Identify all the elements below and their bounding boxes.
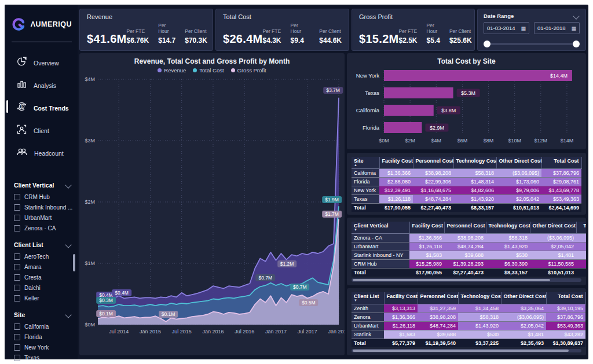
filter-option[interactable]: AeroTech [14,251,72,262]
filter-title: Client Vertical [14,182,54,189]
column-header-total-cost[interactable]: Total Cost [576,222,586,234]
filter-option[interactable]: Cresta [14,272,72,282]
sidebar-item-overview[interactable]: Overview [5,52,78,74]
checkbox[interactable] [14,204,20,211]
column-header-facility-cost[interactable]: Facility Cost [384,292,418,304]
table-total-row: Total$5,77,379$1,19,39,540$3,37,225$2,35… [352,339,585,348]
checkbox[interactable] [14,344,20,351]
bar-florida[interactable] [384,122,422,133]
column-header-other-direct-cost[interactable]: Other Direct Cost [496,157,541,169]
legend-item-gross-profit[interactable]: Gross Profit [231,67,266,73]
chevron-down-icon[interactable] [65,241,71,248]
sidebar-item-label: Cost Trends [34,105,69,112]
site-bar-chart-svg[interactable]: $0M$2M$4M$6M$8M$10M$12M$14MNew York$14.4… [347,65,586,146]
slider-handle-start[interactable] [484,41,490,47]
column-header-personnel-cost[interactable]: Personnel Cost [418,292,458,304]
kpi-submetric-value: $14.7 [158,36,175,45]
bar-texas[interactable] [384,87,453,98]
slider-track[interactable] [485,43,579,45]
column-header-technology-cost[interactable]: Technology Cost [458,292,501,304]
checkbox[interactable] [14,274,20,281]
scrollbar-thumb[interactable] [353,279,550,281]
checkbox[interactable] [14,264,20,270]
legend-item-total-cost[interactable]: Total Cost [193,67,224,73]
checkbox[interactable] [14,215,20,221]
chevron-down-icon[interactable] [573,13,579,19]
checkbox[interactable] [14,355,20,361]
column-header-total-cost[interactable]: Total Cost [541,157,581,169]
kpi-submetrics: Per FTE$6.76KPer Hour$14.7Per Client$70.… [127,13,207,46]
checkbox[interactable] [14,334,20,340]
filter-option[interactable]: Zenora - CA [14,223,72,233]
checkbox[interactable] [14,253,20,260]
table-cell: $31,27,359 [418,304,458,313]
sidebar-item-client[interactable]: Client [5,119,78,142]
date-start-input[interactable]: 01-03-2014▦ [484,22,529,34]
filter-option[interactable]: Starlink Inbound ... [14,202,72,212]
column-header-personnel-cost[interactable]: Personnel Cost [413,157,453,169]
filter-option[interactable]: Keller [14,293,72,303]
column-header-facility-cost[interactable]: Facility Cost [409,222,444,234]
column-header-technology-cost[interactable]: Technology Cost [486,222,530,234]
svg-text:$10M: $10M [508,138,521,144]
column-header-site[interactable]: Site▲ [352,157,379,169]
table-cell: $15,25,989 [409,260,444,269]
sidebar-item-cost-trends[interactable]: $Cost Trends [5,97,78,119]
column-header-other-direct-cost[interactable]: Other Direct Cost [530,222,576,234]
filter-option[interactable]: CRM Hub [14,192,72,202]
bar-california[interactable] [384,105,434,116]
svg-text:Jul 2014: Jul 2014 [109,329,129,334]
kpi-card-revenue: Revenue$41.6MPer FTE$6.76KPer Hour$14.7P… [79,9,213,51]
checkbox[interactable] [14,295,20,302]
horizontal-scrollbar[interactable] [352,349,581,352]
data-label: $0.7M [256,274,276,281]
table-cell: $1,583 [409,251,444,260]
column-header-technology-cost[interactable]: Technology Cost [453,157,496,169]
checkbox[interactable] [14,225,20,231]
data-label: $1.2M [277,260,297,267]
filter-section-site: SiteCaliforniaFloridaNew YorkTexas [5,311,78,363]
bar-new-york[interactable] [384,70,572,81]
filter-option[interactable]: Florida [14,332,72,342]
column-header-total-cost[interactable]: Total Cost [546,292,585,304]
kpi-value: $41.6M [87,32,127,46]
chevron-down-icon[interactable] [65,182,71,188]
data-label: $1.9M [322,196,342,203]
column-header-other-direct-cost[interactable]: Other Direct Cost [501,292,546,304]
scrollbar-thumb[interactable] [73,254,75,271]
kpi-submetric-label: Per FTE [127,28,145,34]
kpi-submetric-label: Per Hour [427,23,440,34]
column-header-client-vertical[interactable]: Client Vertical▼ [352,222,409,234]
horizontal-scrollbar[interactable] [352,278,581,282]
kpi-submetric: Per FTE$2.5K [399,28,418,45]
filter-option[interactable]: California [14,321,72,332]
table-row: California$1,36,366$38,98,208$58,318($3,… [352,169,581,178]
date-end-input[interactable]: 01-01-2018▦ [534,22,580,34]
filter-option[interactable]: Texas [14,352,72,363]
column-header-facility-cost[interactable]: Facility Cost [379,157,413,169]
table-cell: $530 [486,251,530,260]
checkbox[interactable] [14,323,20,330]
column-header-client-list[interactable]: Client List▼ [352,292,384,304]
column-header-personnel-cost[interactable]: Personnel Cost [444,222,486,234]
chevron-down-icon[interactable] [65,311,71,318]
checkbox[interactable] [14,194,20,200]
filter-option[interactable]: Daichi [14,282,72,293]
checkbox[interactable] [14,285,20,291]
slider-handle-end[interactable] [573,41,580,47]
sidebar-item-analysis[interactable]: Analysis [5,74,78,97]
people-icon [16,146,28,160]
table-row: CRM Hub$15,25,989$1,39,28,293$6,30,390$1… [352,260,586,269]
kpi-submetric-value: $70.3K [185,36,207,45]
table-cell: $4,82,606 [453,186,496,195]
filter-option[interactable]: Amara [14,262,72,272]
filter-option[interactable]: New York [14,342,72,352]
table-row: New York$12,39,491$1,16,68,675$4,82,606$… [352,186,581,195]
filter-option[interactable]: UrbanMart [14,212,72,223]
scrollbar-thumb[interactable] [353,350,569,352]
legend-item-revenue[interactable]: Revenue [158,67,186,73]
table-cell: $58,318 [486,234,530,242]
kpi-submetric-value: $44.6K [319,36,342,45]
sidebar-item-headcount[interactable]: Headcount [5,142,78,164]
filter-option-label: California [24,323,49,330]
